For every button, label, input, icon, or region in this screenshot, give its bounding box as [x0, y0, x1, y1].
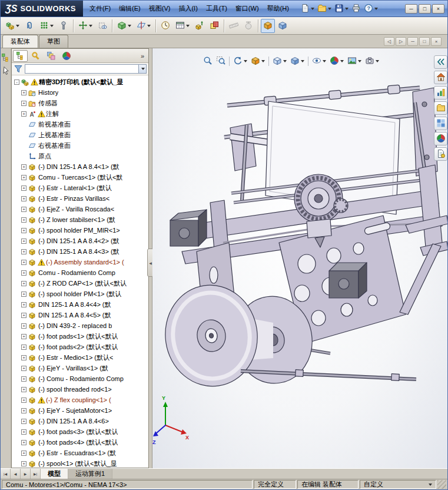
tree-item[interactable]: 前视基准面	[13, 119, 148, 130]
tree-expander[interactable]: +	[21, 451, 26, 456]
doc-close-button[interactable]: ×	[431, 37, 442, 46]
resize-grip[interactable]	[437, 480, 446, 489]
show-hidden-components-button[interactable]	[95, 19, 109, 33]
tree-item[interactable]: +Comu - Rodamiento Comp	[13, 267, 148, 278]
scroll-prev-button[interactable]: ◀	[11, 469, 21, 479]
tree-expander[interactable]: -	[14, 80, 19, 85]
mate-button[interactable]	[22, 19, 36, 33]
open-document-button[interactable]	[316, 2, 333, 15]
tree-expander[interactable]: +	[21, 270, 26, 276]
filter-dropdown-button[interactable]	[138, 65, 146, 73]
tree-item[interactable]: +(-) Z ROD CAP<1> (默认<默认	[13, 278, 148, 289]
close-button[interactable]: ×	[432, 4, 444, 14]
menu-item-2[interactable]: 视图(V)	[145, 2, 175, 15]
previous-document-button[interactable]: ◁	[384, 37, 394, 46]
tab-model[interactable]: 模型	[41, 469, 68, 479]
tree-expander[interactable]: +	[21, 249, 26, 254]
tree-item[interactable]: +(-) spool threaded rod<1>	[13, 384, 148, 395]
tree-expander[interactable]: +	[21, 101, 26, 106]
solidworks-resources-button[interactable]	[434, 71, 447, 84]
tree-expander[interactable]: +	[21, 334, 26, 339]
interference-detection-button[interactable]	[207, 19, 221, 33]
assembly-features-button[interactable]	[115, 19, 134, 33]
tree-expander[interactable]: +	[21, 164, 26, 170]
configurationmanager-tab[interactable]	[44, 50, 58, 62]
tree-expander[interactable]: +	[21, 323, 26, 329]
tree-expander[interactable]: +	[21, 398, 26, 403]
status-custom-dropdown[interactable]: 自定义	[360, 480, 436, 489]
tree-expander[interactable]: +	[21, 408, 26, 413]
tree-item[interactable]: +(-) Z flex coupling<1> (	[13, 395, 148, 405]
tree-item[interactable]: +(-) Estr - Lateral<1> (默认	[13, 183, 148, 193]
tree-item[interactable]: +DIN 125-1 A A 8.4<5> (默	[13, 310, 148, 320]
tree-expander[interactable]: +	[21, 281, 26, 286]
zoom-to-area-button[interactable]	[215, 55, 227, 67]
tree-item[interactable]: +(-) spool<1> (默认<默认_显	[13, 458, 148, 468]
tree-item[interactable]: +(-) DIN 439-2 - replaced b	[13, 320, 148, 331]
menu-item-0[interactable]: 文件(F)	[85, 2, 115, 15]
bill-of-materials-button[interactable]	[173, 19, 192, 33]
help-button[interactable]: ?	[363, 2, 379, 15]
tree-item[interactable]: +(-) Estr - Medio<1> (默认<	[13, 352, 148, 363]
previous-view-button[interactable]	[232, 55, 248, 67]
design-library-button[interactable]	[434, 86, 447, 100]
new-document-button[interactable]	[299, 2, 316, 15]
section-view-button[interactable]	[250, 55, 266, 67]
save-button[interactable]	[333, 2, 350, 15]
tree-expander[interactable]: +	[21, 239, 26, 244]
tree-expander[interactable]: +	[21, 461, 26, 466]
menu-item-5[interactable]: 窗口(W)	[231, 2, 263, 15]
tree-expander[interactable]: +	[21, 366, 26, 371]
command-tab-1[interactable]: 草图	[39, 35, 68, 48]
tree-expander[interactable]: +	[21, 111, 26, 117]
tree-item[interactable]: +(-) Estr - Escuadras<1> (默	[13, 448, 148, 458]
tree-item[interactable]: +(-) foot pads<2> (默认<默认	[13, 342, 148, 352]
file-explorer-button[interactable]	[434, 101, 447, 115]
menu-item-1[interactable]: 编辑(E)	[115, 2, 145, 15]
doc-restore-button[interactable]: □	[419, 37, 430, 46]
scroll-first-button[interactable]: |◀	[1, 469, 11, 479]
display-settings-button[interactable]	[276, 19, 290, 33]
maximize-button[interactable]: □	[419, 4, 431, 14]
appearances-scenes-button[interactable]	[434, 132, 447, 145]
hide-show-items-button[interactable]	[311, 55, 327, 67]
view-palette-button[interactable]	[434, 117, 447, 130]
tree-expander[interactable]: +	[21, 313, 26, 318]
tree-expander[interactable]: +	[21, 376, 26, 382]
tree-expander[interactable]: +	[21, 419, 26, 424]
tree-expander[interactable]: +	[21, 207, 26, 212]
collapse-taskpane-button[interactable]	[434, 55, 447, 69]
tree-item[interactable]: +(-) Z lower stabilser<1> (默	[13, 214, 148, 225]
tree-item[interactable]: +(-) spool holder PM<1> (默认	[13, 289, 148, 299]
display-style-button[interactable]	[289, 55, 306, 67]
tree-expander[interactable]: +	[21, 196, 26, 201]
move-component-button[interactable]	[76, 19, 95, 33]
section-view-button[interactable]	[261, 19, 275, 33]
tree-expander[interactable]: +	[21, 302, 26, 307]
tree-item[interactable]: 原点	[13, 151, 148, 161]
filter-input[interactable]	[25, 65, 138, 73]
tree-item[interactable]: +(-) Assembly standard<1> (	[13, 257, 148, 267]
propertymanager-tab[interactable]	[28, 50, 43, 62]
exploded-view-button[interactable]	[193, 19, 207, 33]
menu-item-3[interactable]: 插入(I)	[174, 2, 201, 15]
tree-item[interactable]: +Comu - Tuercas<1> (默认<默	[13, 172, 148, 183]
select-tool-button[interactable]	[1, 66, 11, 75]
tree-item[interactable]: +(-) DIN 125-1 A A 8.4<1> (默	[13, 161, 148, 172]
menu-item-4[interactable]: 工具(T)	[202, 2, 231, 15]
insert-components-button[interactable]	[3, 19, 22, 33]
tree-expander[interactable]: +	[21, 345, 26, 350]
command-tab-0[interactable]: 装配体	[2, 35, 38, 48]
panel-overflow-chevron[interactable]: »	[141, 52, 147, 59]
displaymanager-tab[interactable]	[59, 50, 74, 62]
smart-fasteners-button[interactable]	[57, 19, 71, 33]
tree-expander[interactable]: +	[21, 387, 26, 392]
custom-properties-button[interactable]	[434, 147, 447, 161]
next-document-button[interactable]: ▷	[396, 37, 406, 46]
tab-motion-study[interactable]: 运动算例1	[68, 469, 112, 479]
tree-expander[interactable]: +	[21, 175, 26, 180]
tree-item[interactable]: +(-) Comu - Rodamiento Comp	[13, 373, 148, 384]
tree-item[interactable]: +(-) foot pads<3> (默认<默认	[13, 426, 148, 437]
featuremanager-tab[interactable]	[13, 50, 28, 62]
tree-item[interactable]: +(-) DIN 125-1 A A 8.4<2> (默	[13, 236, 148, 246]
